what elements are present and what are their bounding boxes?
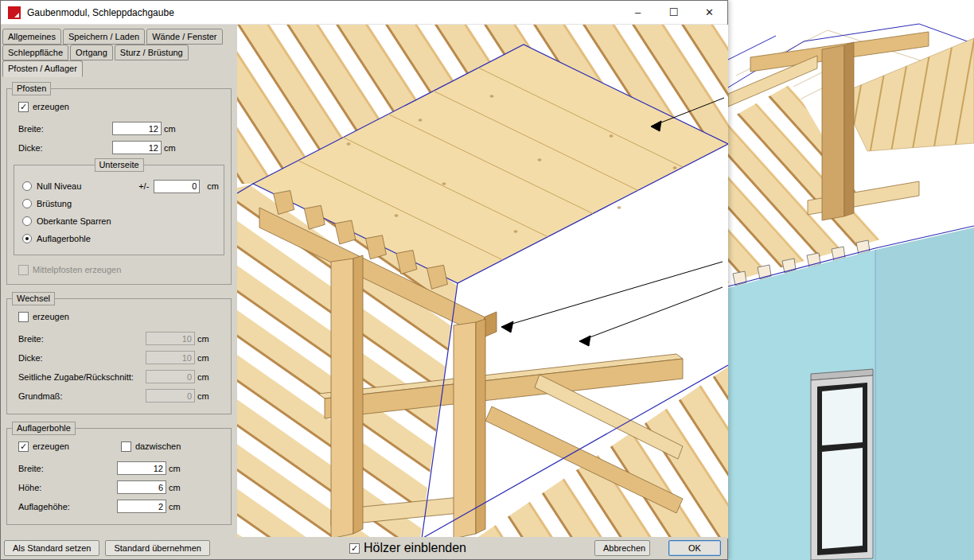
set-default-button[interactable]: Als Standard setzen (4, 540, 99, 556)
titlebar[interactable]: Gaubenmodul, Schleppdachgaube – ☐ ✕ (1, 1, 727, 25)
group-auflagerbohle: Auflagerbohle ✓ erzeugen dazwischen Brei… (6, 428, 232, 525)
panel-content: Pfosten ✓ erzeugen Breite: cm Dicke: cm … (1, 77, 237, 525)
pfosten-dicke-label: Dicke: (18, 143, 112, 153)
window-title: Gaubenmodul, Schleppdachgaube (27, 7, 174, 18)
auflagerbohle-hoehe-label: Höhe: (18, 483, 117, 492)
unterseite-oberkante-sparren-radio[interactable] (22, 216, 32, 226)
wechsel-breite-input (146, 332, 195, 345)
wechsel-zugabe-input (146, 370, 195, 383)
tab-bar: Allgemeines Speichern / Laden Wände / Fe… (1, 25, 237, 77)
dormer-3d-view[interactable] (237, 25, 728, 539)
unterseite-bruestung-row: Brüstung (22, 197, 219, 210)
unterseite-bruestung-radio[interactable] (22, 199, 32, 208)
group-pfosten: Pfosten ✓ erzeugen Breite: cm Dicke: cm … (6, 88, 232, 285)
dialog-footer: Als Standard setzen Standard übernehmen … (1, 537, 727, 559)
maximize-icon[interactable]: ☐ (656, 1, 692, 24)
pfosten-erzeugen-checkbox[interactable]: ✓ (18, 102, 29, 112)
left-post (331, 255, 363, 539)
auflagerbohle-auflagehoehe-unit: cm (169, 502, 181, 511)
unterseite-bruestung-label: Brüstung (37, 199, 72, 208)
unterseite-offset-label: +/- (138, 181, 149, 191)
unterseite-offset-unit: cm (207, 181, 219, 191)
close-icon[interactable]: ✕ (692, 1, 727, 24)
auflagerbohle-breite-unit: cm (169, 464, 181, 473)
unterseite-oberkante-row: Oberkante Sparren (22, 215, 219, 228)
wechsel-dicke-unit: cm (197, 353, 209, 363)
auflagerbohle-auflagehoehe-input[interactable] (117, 500, 166, 513)
tab-schleppflaeche[interactable]: Schleppfläche (2, 45, 68, 60)
group-auflagerbohle-caption: Auflagerbohle (12, 422, 76, 435)
wechsel-zugabe-row: Seitliche Zugabe/Rückschnitt: cm (18, 369, 226, 384)
auflagerbohle-breite-label: Breite: (18, 464, 117, 473)
auflagerbohle-erzeugen-label: erzeugen (33, 441, 69, 451)
group-unterseite-caption: Unterseite (94, 158, 143, 172)
wechsel-erzeugen-checkbox[interactable] (18, 312, 29, 322)
tab-sturz-bruestung[interactable]: Sturz / Brüstung (115, 45, 189, 60)
group-wechsel: Wechsel erzeugen Breite: cm Dicke: cm Se… (6, 298, 232, 414)
wechsel-erzeugen-row: erzeugen (18, 310, 226, 323)
unterseite-null-niveau-radio[interactable] (22, 181, 32, 191)
ok-button[interactable]: OK (668, 540, 721, 556)
unterseite-auflagerbohle-radio[interactable] (22, 234, 32, 243)
auflagerbohle-dazwischen-checkbox[interactable] (121, 441, 131, 452)
group-wechsel-caption: Wechsel (12, 292, 55, 305)
unterseite-oberkante-sparren-label: Oberkante Sparren (37, 216, 111, 226)
group-unterseite: Unterseite Null Niveau +/- cm Brüstung (14, 165, 224, 255)
auflagerbohle-breite-row: Breite: cm (18, 461, 226, 476)
unterseite-auflagerbohle-row: Auflagerbohle (22, 232, 219, 245)
unterseite-null-niveau-label: Null Niveau (37, 181, 81, 191)
wechsel-breite-row: Breite: cm (18, 331, 226, 346)
wechsel-dicke-row: Dicke: cm (18, 350, 226, 365)
pfosten-dicke-input[interactable] (112, 141, 162, 154)
wechsel-erzeugen-label: erzeugen (33, 312, 69, 321)
tab-waende-fenster[interactable]: Wände / Fenster (146, 29, 222, 45)
apply-default-button[interactable]: Standard übernehmen (105, 540, 209, 556)
pfosten-breite-input[interactable] (112, 122, 162, 135)
wechsel-zugabe-unit: cm (197, 372, 209, 382)
unterseite-auflagerbohle-label: Auflagerbohle (37, 234, 91, 243)
minimize-icon[interactable]: – (620, 1, 656, 24)
window-controls: – ☐ ✕ (620, 1, 727, 24)
unterseite-null-niveau-row: Null Niveau +/- cm (22, 180, 219, 192)
auflagerbohle-hoehe-row: Höhe: cm (18, 480, 226, 495)
show-timber-label: Hölzer einblenden (364, 541, 466, 555)
tab-pfosten-auflager[interactable]: Pfosten / Auflager (2, 60, 83, 77)
tab-row-1: Allgemeines Speichern / Laden Wände / Fe… (2, 29, 236, 45)
pfosten-dicke-row: Dicke: cm (18, 140, 226, 155)
wall-window (811, 369, 873, 560)
mittelpfosten-label: Mittelpfosten erzeugen (33, 265, 121, 274)
pfosten-erzeugen-row: ✓ erzeugen (18, 100, 226, 113)
auflagerbohle-dazwischen-label: dazwischen (135, 441, 181, 451)
wechsel-grundmass-input (146, 389, 195, 402)
show-timber-row: ✓ Hölzer einblenden (349, 541, 466, 555)
building-3d-scene (728, 0, 974, 560)
wall-facet (875, 228, 974, 560)
dormer-3d-scene (237, 25, 728, 539)
tab-allgemeines[interactable]: Allgemeines (2, 29, 61, 45)
pfosten-dicke-unit: cm (164, 143, 176, 153)
auflagerbohle-hoehe-unit: cm (169, 483, 181, 492)
tab-row-3: Pfosten / Auflager (2, 60, 236, 77)
show-timber-checkbox[interactable]: ✓ (349, 543, 360, 554)
wechsel-grundmass-label: Grundmaß: (18, 391, 146, 401)
auflagerbohle-auflagehoehe-label: Auflagehöhe: (18, 502, 117, 511)
dialog-gaubenmodul: Gaubenmodul, Schleppdachgaube – ☐ ✕ Allg… (0, 0, 728, 560)
app-logo-icon (8, 6, 21, 19)
group-pfosten-caption: Pfosten (12, 82, 51, 95)
tab-ortgang[interactable]: Ortgang (70, 45, 113, 60)
auflagerbohle-erzeugen-row: ✓ erzeugen dazwischen (18, 440, 226, 453)
auflagerbohle-hoehe-input[interactable] (117, 480, 166, 494)
wechsel-dicke-label: Dicke: (18, 353, 146, 363)
wechsel-breite-label: Breite: (18, 334, 146, 344)
wechsel-grundmass-unit: cm (197, 391, 209, 401)
wechsel-zugabe-label: Seitliche Zugabe/Rückschnitt: (18, 372, 146, 382)
auflagerbohle-erzeugen-checkbox[interactable]: ✓ (18, 441, 29, 452)
tab-row-2: Schleppfläche Ortgang Sturz / Brüstung (2, 45, 236, 60)
auflagerbohle-breite-input[interactable] (117, 461, 166, 475)
wechsel-breite-unit: cm (197, 334, 209, 344)
tab-speichern-laden[interactable]: Speichern / Laden (63, 29, 145, 45)
cancel-button[interactable]: Abbrechen (594, 540, 650, 556)
building-3d-view[interactable] (728, 0, 974, 560)
unterseite-offset-input[interactable] (154, 180, 200, 193)
pfosten-erzeugen-label: erzeugen (33, 102, 69, 111)
